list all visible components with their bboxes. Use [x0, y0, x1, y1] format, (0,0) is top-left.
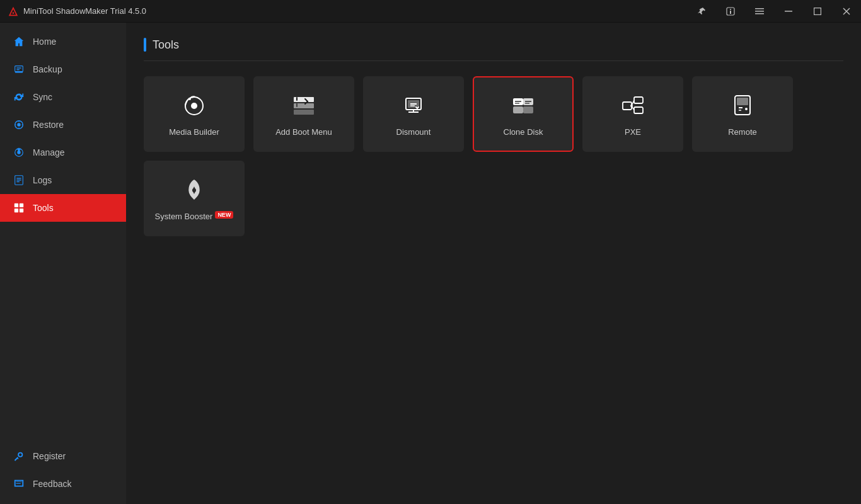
sidebar-item-restore[interactable]: Restore	[0, 111, 126, 139]
tool-icon-dismount	[400, 92, 427, 120]
svg-rect-15	[16, 69, 20, 70]
tools-icon	[13, 202, 25, 214]
titlebar-controls	[687, 0, 861, 23]
titlebar: MiniTool ShadowMaker Trial 4.5.0	[0, 0, 861, 23]
svg-rect-8	[755, 13, 764, 14]
feedback-label: Feedback	[33, 479, 71, 489]
svg-point-62	[192, 188, 196, 192]
svg-rect-52	[634, 97, 643, 103]
home-icon	[13, 35, 25, 48]
register-label: Register	[33, 451, 66, 461]
svg-rect-58	[737, 98, 748, 105]
nav-label-sync: Sync	[33, 92, 52, 102]
nav-label-tools: Tools	[33, 203, 54, 213]
menu-button[interactable]	[745, 0, 774, 23]
manage-icon	[13, 146, 25, 159]
svg-rect-35	[296, 97, 298, 101]
sidebar-bottom: Register Feedback	[0, 442, 126, 504]
tool-card-pxe[interactable]: PXE	[582, 76, 683, 152]
sidebar-item-backup[interactable]: Backup	[0, 55, 126, 83]
svg-rect-6	[755, 8, 764, 9]
svg-rect-34	[294, 110, 314, 115]
tool-label-add-boot-menu: Add Boot Menu	[275, 127, 332, 137]
tool-card-dismount[interactable]: Dismount	[363, 76, 464, 152]
sidebar-item-tools[interactable]: Tools	[0, 194, 126, 222]
svg-point-56	[630, 105, 633, 107]
nav-label-logs: Logs	[33, 175, 52, 185]
page-title: Tools	[153, 38, 179, 52]
logs-icon	[13, 174, 25, 186]
sidebar: Home Backup Sync Restore Manage Logs Too…	[0, 23, 126, 504]
minimize-button[interactable]	[774, 0, 803, 23]
svg-point-61	[745, 108, 748, 110]
tool-card-add-boot-menu[interactable]: Add Boot Menu	[253, 76, 354, 152]
tool-label-remote: Remote	[728, 127, 757, 137]
svg-rect-24	[16, 181, 20, 182]
nav-items: Home Backup Sync Restore Manage Logs Too…	[0, 28, 126, 222]
page-title-accent	[144, 38, 146, 52]
svg-rect-51	[623, 102, 632, 110]
tool-card-media-builder[interactable]: Media Builder	[144, 76, 245, 152]
tool-card-clone-disk[interactable]: Clone Disk	[473, 76, 574, 152]
tool-icon-clone-disk	[509, 92, 537, 120]
svg-point-31	[188, 98, 191, 100]
svg-rect-36	[296, 103, 298, 107]
sidebar-item-home[interactable]: Home	[0, 28, 126, 55]
svg-rect-22	[16, 178, 21, 178]
svg-rect-27	[14, 209, 18, 212]
maximize-button[interactable]	[803, 0, 832, 23]
svg-point-2	[13, 12, 14, 14]
tool-label-row-system-booster: System Booster NEW	[155, 212, 234, 221]
svg-rect-14	[16, 67, 21, 68]
tool-icon-pxe	[619, 92, 647, 120]
svg-rect-46	[523, 106, 533, 113]
close-button[interactable]	[832, 0, 861, 23]
backup-icon	[13, 63, 25, 76]
app-title: MiniTool ShadowMaker Trial 4.5.0	[8, 6, 146, 17]
tool-icon-system-booster	[180, 176, 208, 204]
tool-icon-add-boot-menu	[290, 92, 318, 120]
app-logo-icon	[8, 6, 19, 17]
svg-rect-23	[16, 180, 21, 180]
svg-point-18	[17, 123, 20, 126]
sync-icon	[13, 91, 25, 103]
svg-rect-26	[20, 203, 23, 207]
tool-icon-media-builder	[180, 92, 208, 120]
content-area: Tools Media Builder Add Boot Menu Dismou…	[126, 23, 861, 504]
svg-rect-10	[814, 8, 821, 15]
svg-rect-44	[513, 106, 523, 113]
key-icon	[13, 450, 25, 462]
svg-point-4	[730, 9, 731, 10]
tool-label-system-booster: System Booster	[155, 212, 213, 221]
main-layout: Home Backup Sync Restore Manage Logs Too…	[0, 23, 861, 504]
tool-label-clone-disk: Clone Disk	[504, 127, 543, 137]
info-button[interactable]	[716, 0, 745, 23]
tool-card-system-booster[interactable]: System Booster NEW	[144, 161, 245, 236]
sidebar-item-register[interactable]: Register	[0, 442, 126, 470]
tools-grid: Media Builder Add Boot Menu Dismount Clo…	[144, 76, 843, 236]
svg-rect-13	[15, 66, 23, 72]
restore-icon	[13, 118, 25, 131]
nav-label-manage: Manage	[33, 147, 65, 158]
svg-rect-28	[20, 209, 23, 212]
tool-label-media-builder: Media Builder	[169, 127, 219, 137]
tool-label-pxe: PXE	[625, 127, 641, 137]
new-badge-system-booster: NEW	[215, 211, 233, 219]
sidebar-item-feedback[interactable]: Feedback	[0, 470, 126, 498]
tool-label-dismount: Dismount	[396, 127, 431, 137]
nav-label-home: Home	[33, 37, 56, 47]
tool-card-remote[interactable]: Remote	[692, 76, 793, 152]
svg-point-30	[191, 103, 197, 109]
tool-icon-remote	[729, 92, 756, 120]
svg-rect-3	[730, 11, 731, 14]
svg-rect-7	[755, 11, 764, 12]
sidebar-item-manage[interactable]: Manage	[0, 139, 126, 166]
svg-rect-16	[15, 72, 23, 73]
sidebar-item-logs[interactable]: Logs	[0, 166, 126, 194]
svg-rect-25	[14, 203, 18, 207]
sidebar-item-sync[interactable]: Sync	[0, 83, 126, 111]
nav-label-backup: Backup	[33, 64, 62, 74]
nav-label-restore: Restore	[33, 120, 64, 130]
page-title-row: Tools	[144, 38, 843, 61]
pin-button[interactable]	[687, 0, 716, 23]
